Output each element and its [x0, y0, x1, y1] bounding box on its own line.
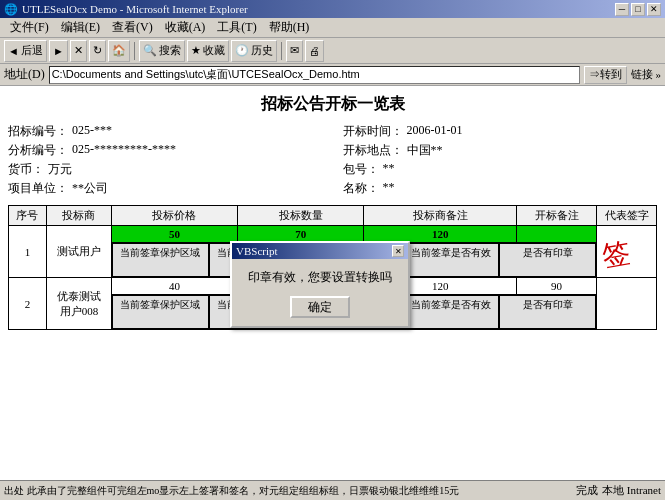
- back-label: 后退: [21, 43, 43, 58]
- menu-tools[interactable]: 工具(T): [211, 17, 262, 38]
- history-label: 历史: [251, 43, 273, 58]
- vbscript-dialog: VBScript ✕ 印章有效，您要设置转换吗 确定: [230, 241, 410, 328]
- dialog-title-bar: VBScript ✕: [232, 243, 408, 259]
- toolbar: ◄ 后退 ► ✕ ↻ 🏠 🔍 搜索 ★ 收藏 🕐 历史 ✉: [0, 38, 665, 64]
- refresh-button[interactable]: ↻: [89, 40, 106, 62]
- menu-favorites[interactable]: 收藏(A): [159, 17, 212, 38]
- back-button[interactable]: ◄ 后退: [4, 40, 47, 62]
- links-label: 链接 »: [631, 67, 661, 82]
- dialog-body: 印章有效，您要设置转换吗 确定: [232, 259, 408, 326]
- search-icon: 🔍: [143, 44, 157, 57]
- forward-icon: ►: [53, 45, 64, 57]
- toolbar-separator-1: [134, 42, 135, 60]
- dialog-title: VBScript: [236, 245, 392, 257]
- content-area: 招标公告开标一览表 招标编号： 025-*** 开标时间： 2006-01-01…: [0, 86, 665, 500]
- favorites-label: 收藏: [203, 43, 225, 58]
- window-title: UTLESealOcx Demo - Microsoft Internet Ex…: [22, 3, 615, 15]
- stop-button[interactable]: ✕: [70, 40, 87, 62]
- menu-edit[interactable]: 编辑(E): [55, 17, 106, 38]
- search-button[interactable]: 🔍 搜索: [139, 40, 185, 62]
- title-bar: 🌐 UTLESealOcx Demo - Microsoft Internet …: [0, 0, 665, 18]
- home-icon: 🏠: [112, 44, 126, 57]
- minimize-button[interactable]: ─: [615, 3, 629, 16]
- search-label: 搜索: [159, 43, 181, 58]
- menu-view[interactable]: 查看(V): [106, 17, 159, 38]
- refresh-icon: ↻: [93, 44, 102, 57]
- dialog-ok-button[interactable]: 确定: [290, 296, 350, 318]
- dialog-close-button[interactable]: ✕: [392, 245, 404, 257]
- stop-icon: ✕: [74, 44, 83, 57]
- menu-bar: 文件(F) 编辑(E) 查看(V) 收藏(A) 工具(T) 帮助(H): [0, 18, 665, 38]
- mail-icon: ✉: [290, 44, 299, 57]
- print-button[interactable]: 🖨: [305, 40, 324, 62]
- menu-help[interactable]: 帮助(H): [263, 17, 316, 38]
- address-label: 地址(D): [4, 66, 45, 83]
- forward-button[interactable]: ►: [49, 40, 68, 62]
- favorites-button[interactable]: ★ 收藏: [187, 40, 229, 62]
- dialog-message: 印章有效，您要设置转换吗: [240, 269, 400, 286]
- toolbar-separator-2: [281, 42, 282, 60]
- history-icon: 🕐: [235, 44, 249, 57]
- address-input[interactable]: [49, 66, 580, 84]
- history-button[interactable]: 🕐 历史: [231, 40, 277, 62]
- close-window-button[interactable]: ✕: [647, 3, 661, 16]
- modal-overlay: VBScript ✕ 印章有效，您要设置转换吗 确定: [0, 86, 665, 500]
- mail-button[interactable]: ✉: [286, 40, 303, 62]
- address-bar: 地址(D) ⇒转到 链接 »: [0, 64, 665, 86]
- back-icon: ◄: [8, 45, 19, 57]
- go-button[interactable]: ⇒转到: [584, 66, 627, 84]
- star-icon: ★: [191, 44, 201, 57]
- menu-file[interactable]: 文件(F): [4, 17, 55, 38]
- home-button[interactable]: 🏠: [108, 40, 130, 62]
- maximize-button[interactable]: □: [631, 3, 645, 16]
- print-icon: 🖨: [309, 45, 320, 57]
